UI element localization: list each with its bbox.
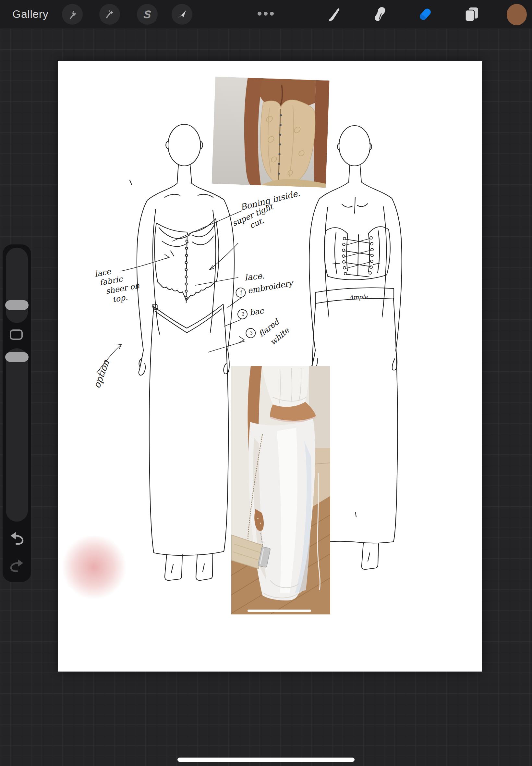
actions-button[interactable] bbox=[62, 4, 83, 25]
selection-button[interactable]: S bbox=[137, 4, 158, 25]
brush-size-slider[interactable] bbox=[6, 248, 28, 323]
redo-button[interactable] bbox=[8, 557, 25, 574]
paint-brush-icon bbox=[326, 6, 343, 23]
more-options-icon[interactable] bbox=[258, 12, 274, 16]
paint-tool-button[interactable] bbox=[325, 5, 344, 24]
circled-number-1: 1 bbox=[235, 287, 247, 298]
busk-hooks bbox=[185, 240, 188, 299]
selection-s-icon: S bbox=[143, 9, 151, 20]
red-paint-smudge bbox=[62, 535, 126, 599]
circled-number-3: 3 bbox=[245, 327, 257, 339]
brush-size-handle[interactable] bbox=[5, 300, 29, 310]
home-indicator[interactable] bbox=[177, 758, 355, 762]
transform-arrow-icon bbox=[176, 8, 188, 20]
layers-icon bbox=[463, 6, 480, 23]
drawing-canvas[interactable]: Boning inside. super tight cut. lace. 1e… bbox=[58, 61, 482, 672]
top-toolbar: Gallery S bbox=[0, 0, 532, 29]
annotation-ample-waistband: Ample bbox=[349, 293, 368, 301]
corset-reference-photo bbox=[212, 77, 329, 188]
undo-button[interactable] bbox=[8, 529, 25, 546]
annotation-bac: bac bbox=[249, 306, 264, 317]
color-swatch-button[interactable] bbox=[507, 4, 527, 25]
opacity-slider[interactable] bbox=[6, 348, 28, 522]
smudge-finger-icon bbox=[372, 6, 389, 23]
magic-wand-icon bbox=[104, 8, 115, 20]
front-figure-sketch bbox=[130, 124, 234, 580]
brush-sidebar bbox=[3, 244, 31, 582]
modify-button[interactable] bbox=[10, 329, 23, 340]
transform-button[interactable] bbox=[172, 4, 192, 25]
wrench-icon bbox=[67, 8, 78, 20]
smudge-tool-button[interactable] bbox=[370, 5, 390, 24]
skirt-reference-photo bbox=[231, 366, 330, 614]
adjustments-button[interactable] bbox=[99, 4, 120, 25]
circled-number-2: 2 bbox=[237, 309, 248, 320]
opacity-handle[interactable] bbox=[5, 352, 29, 362]
annotation-lace-fabric-note: lace fabric sheer on top. bbox=[94, 262, 142, 307]
layers-button[interactable] bbox=[462, 5, 481, 24]
eraser-tool-button[interactable] bbox=[416, 5, 435, 24]
eraser-icon bbox=[417, 6, 434, 23]
gallery-button[interactable]: Gallery bbox=[12, 8, 48, 20]
